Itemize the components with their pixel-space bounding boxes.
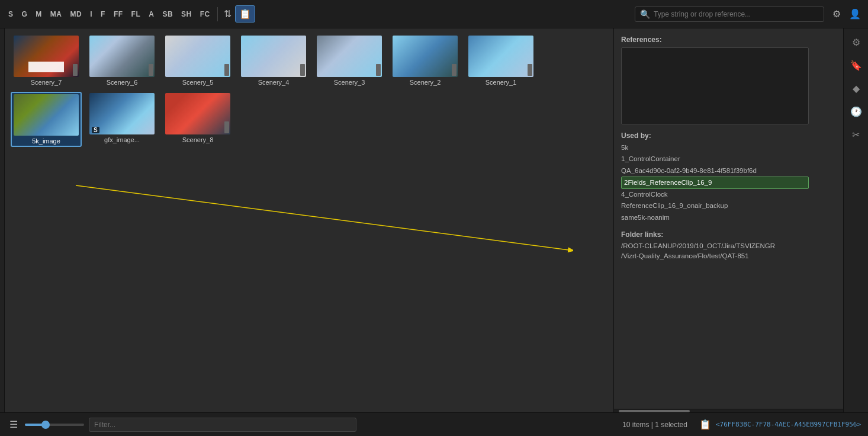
asset-item-scenery7[interactable]: Scenery_7: [11, 34, 82, 87]
zoom-track[interactable]: [25, 424, 84, 426]
thumb-indicator: [224, 64, 229, 76]
used-by-title: Used by:: [621, 132, 838, 140]
sort-icon[interactable]: ⇅: [221, 6, 234, 22]
toolbar: S G M MA MD I F FF FL A SB SH FC ⇅ 📋 🔍 ⚙…: [0, 0, 868, 28]
active-view-btn[interactable]: 📋: [235, 5, 256, 23]
panel-icon-tools[interactable]: ✂: [846, 126, 866, 144]
asset-thumb-scenery2: [393, 36, 458, 77]
panel-icon-history[interactable]: 🕐: [846, 102, 866, 121]
list-view-btn[interactable]: ☰: [7, 416, 20, 432]
toolbar-btn-ma[interactable]: MA: [47, 8, 66, 21]
asset-thumb-scenery1: [468, 36, 533, 77]
asset-label-scenery4: Scenery_4: [241, 79, 306, 86]
asset-label-gfx: gfx_image...: [89, 136, 155, 143]
panel-icon-diamond[interactable]: ◆: [846, 79, 866, 98]
white-rect: [28, 62, 64, 72]
asset-thumb-scenery8: [165, 93, 230, 134]
search-bar: 🔍: [635, 7, 824, 22]
asset-grid: Scenery_7 Scenery_6 Scenery_5 Scenery_4: [11, 34, 607, 147]
right-panel-scroll[interactable]: References: Used by: 5k 1_ControlContain…: [614, 28, 868, 409]
asset-item-scenery6[interactable]: Scenery_6: [86, 34, 157, 87]
hash-text: <76FF838C-7F78-4AEC-A45EB997CFB1F956>: [716, 421, 861, 428]
used-by-item-5k: 5k: [621, 142, 809, 153]
panel-icon-bookmark[interactable]: 🔖: [846, 56, 866, 75]
right-panel: References: Used by: 5k 1_ControlContain…: [613, 28, 868, 412]
used-by-item-qa: QA_6ac4d90c-0af2-9b49-8e81-4f581f39bf6d: [621, 165, 809, 177]
search-input[interactable]: [654, 10, 808, 18]
bottom-bar: ☰ 10 items | 1 selected 📋 <76FF838C-7F78…: [0, 412, 868, 436]
settings-icon[interactable]: ⚙: [830, 6, 843, 22]
thumb-indicator: [73, 64, 78, 76]
clipboard-icon[interactable]: 📋: [699, 419, 711, 430]
used-by-item-referenceclip-backup: ReferenceClip_16_9_onair_backup: [621, 200, 809, 211]
asset-thumb-scenery5: [165, 36, 230, 77]
user-icon[interactable]: 👤: [847, 6, 863, 22]
asset-label-scenery5: Scenery_5: [165, 79, 230, 86]
scroll-indicator: [614, 409, 868, 412]
zoom-slider[interactable]: [25, 424, 84, 426]
search-icon: 🔍: [640, 9, 650, 19]
references-box: [621, 47, 809, 124]
asset-thumb-scenery4: [241, 36, 306, 77]
asset-label-scenery6: Scenery_6: [89, 79, 155, 86]
toolbar-btn-i[interactable]: I: [86, 8, 96, 21]
toolbar-btn-fc[interactable]: FC: [197, 8, 214, 21]
asset-thumb-scenery7: [14, 36, 79, 77]
main-content: Scenery_7 Scenery_6 Scenery_5 Scenery_4: [0, 28, 868, 412]
thumb-indicator: [149, 64, 153, 76]
toolbar-right: ⚙ 👤: [830, 6, 863, 22]
toolbar-btn-sh[interactable]: SH: [178, 8, 195, 21]
thumb-indicator: [376, 64, 381, 76]
scroll-bar-horizontal[interactable]: [619, 410, 690, 412]
asset-item-scenery4[interactable]: Scenery_4: [238, 34, 309, 87]
folder-links-text: /ROOT-CLEANUP/2019/10_OCT/Jira/TSVIZENGR…: [621, 241, 809, 262]
filter-input[interactable]: [89, 418, 356, 432]
asset-label-scenery1: Scenery_1: [468, 79, 533, 86]
item-count: 10 items | 1 selected: [622, 421, 687, 429]
asset-label-scenery3: Scenery_3: [317, 79, 382, 86]
thumb-indicator: [224, 121, 229, 133]
separator: [217, 7, 218, 21]
asset-item-scenery5[interactable]: Scenery_5: [162, 34, 233, 87]
toolbar-btn-md[interactable]: MD: [67, 8, 86, 21]
asset-label-scenery7: Scenery_7: [14, 79, 79, 86]
asset-label-scenery8: Scenery_8: [165, 136, 230, 143]
thumb-indicator: [300, 64, 305, 76]
asset-label-scenery2: Scenery_2: [393, 79, 458, 86]
asset-thumb-scenery6: [89, 36, 155, 77]
thumb-indicator: [528, 64, 532, 76]
toolbar-btn-fl[interactable]: FL: [128, 8, 144, 21]
used-by-item-controlclock: 4_ControlClock: [621, 189, 809, 200]
asset-item-scenery1[interactable]: Scenery_1: [465, 34, 536, 87]
asset-item-gfx[interactable]: S gfx_image...: [86, 92, 157, 147]
asset-label-5k: 5k_image: [14, 137, 79, 145]
used-by-item-same5k: same5k-noanim: [621, 212, 809, 223]
used-by-item-controlcontainer: 1_ControlContainer: [621, 153, 809, 165]
asset-item-scenery8[interactable]: Scenery_8: [162, 92, 233, 147]
asset-item-5k-image[interactable]: 5k_image: [11, 92, 82, 147]
used-by-item-2fields[interactable]: 2Fields_ReferenceClip_16_9: [621, 177, 809, 189]
toolbar-btn-a[interactable]: A: [145, 8, 157, 21]
used-by-list: 5k 1_ControlContainer QA_6ac4d90c-0af2-9…: [621, 142, 809, 223]
toolbar-btn-f[interactable]: F: [97, 8, 109, 21]
toolbar-btn-ff[interactable]: FF: [110, 8, 127, 21]
panel-icon-settings[interactable]: ⚙: [846, 33, 866, 52]
references-title: References:: [621, 36, 838, 44]
asset-item-scenery2[interactable]: Scenery_2: [390, 34, 461, 87]
toolbar-btn-s[interactable]: S: [5, 8, 17, 21]
asset-area[interactable]: Scenery_7 Scenery_6 Scenery_5 Scenery_4: [5, 28, 613, 412]
bottom-right-info: 📋 <76FF838C-7F78-4AEC-A45EB997CFB1F956>: [699, 419, 861, 430]
thumb-indicator: [452, 64, 456, 76]
svg-line-1: [76, 185, 573, 251]
toolbar-btn-g[interactable]: G: [18, 8, 31, 21]
asset-thumb-5k: [14, 94, 79, 136]
zoom-thumb[interactable]: [41, 421, 50, 429]
right-icon-strip: ⚙ 🔖 ◆ 🕐 ✂: [843, 28, 868, 412]
side-icon-bar: [0, 28, 5, 412]
toolbar-btn-sb[interactable]: SB: [159, 8, 176, 21]
gfx-badge: S: [92, 127, 99, 133]
toolbar-btn-m[interactable]: M: [32, 8, 46, 21]
asset-thumb-gfx: S: [89, 93, 155, 134]
asset-item-scenery3[interactable]: Scenery_3: [314, 34, 385, 87]
asset-thumb-scenery3: [317, 36, 382, 77]
